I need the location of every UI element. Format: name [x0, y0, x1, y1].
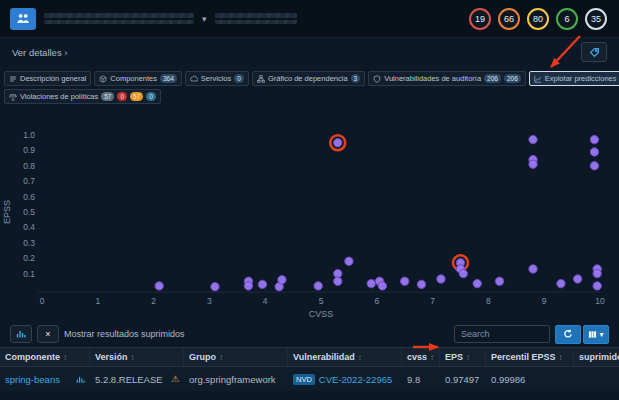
policy-badge-warn: 57 [130, 92, 143, 101]
team-icon [16, 13, 30, 24]
tab-label: Servicios [201, 74, 231, 83]
line-chart-icon [534, 75, 542, 83]
column-header-vulnerabilidad[interactable]: Vulnerabilidad↕ [288, 348, 402, 366]
tab-count-badge: 206 [504, 74, 521, 83]
tab-componentes[interactable]: Componentes 364 [94, 71, 182, 86]
column-header-percentil-epss[interactable]: Percentil EPSS↕ [486, 348, 574, 366]
tab-grafico-dependencia[interactable]: Gráfico de dependencia 3 [252, 71, 365, 86]
dependency-graph-icon[interactable] [76, 375, 85, 384]
tab-vulnerabilidades-auditoria[interactable]: Vulnerabilidades de auditoría 206 206 [368, 71, 526, 86]
svg-text:CVSS: CVSS [309, 309, 334, 319]
column-header-suprimido[interactable]: suprimido↕ [574, 348, 619, 366]
svg-text:1: 1 [95, 296, 100, 306]
svg-text:0.6: 0.6 [23, 192, 35, 202]
sitemap-icon [257, 75, 265, 83]
vulnerability-table: Componente↕ Versión↕ Grupo↕ Vulnerabilid… [0, 347, 619, 391]
table-toolbar: × Mostrar resultados suprimidos ▾ [0, 321, 619, 347]
column-header-version[interactable]: Versión↕ [90, 348, 184, 366]
column-header-cvss[interactable]: cvss↕ [402, 348, 440, 366]
tab-explotar-predicciones[interactable]: Explotar predicciones 206 [529, 71, 619, 86]
columns-button[interactable]: ▾ [583, 325, 609, 344]
tab-descripcion-general[interactable]: Descripción general [4, 71, 91, 86]
chevron-down-icon: ▾ [599, 330, 603, 339]
toggle-chart-button[interactable] [10, 325, 32, 343]
tab-bar: Descripción general Componentes 364 Serv… [0, 66, 619, 109]
tab-label: Descripción general [20, 74, 86, 83]
hide-chart-button[interactable]: × [37, 325, 59, 343]
svg-text:0.2: 0.2 [23, 253, 35, 263]
svg-text:0.7: 0.7 [23, 176, 35, 186]
columns-icon [588, 330, 597, 339]
redacted-project-name[interactable] [44, 13, 194, 24]
svg-text:5: 5 [319, 296, 324, 306]
svg-text:EPSS: EPSS [2, 200, 12, 224]
bar-chart-icon [16, 329, 26, 339]
project-header: ▾ 19 66 80 6 35 [0, 0, 619, 38]
tab-label: Violaciones de políticas [20, 92, 98, 101]
metric-badge-critical[interactable]: 19 [469, 8, 491, 30]
metric-badge-unassigned[interactable]: 35 [585, 8, 607, 30]
redacted-version[interactable] [215, 13, 297, 24]
refresh-button[interactable] [555, 325, 581, 344]
svg-text:0.4: 0.4 [23, 223, 35, 233]
show-suppressed-label[interactable]: Mostrar resultados suprimidos [64, 329, 185, 339]
tab-label: Gráfico de dependencia [268, 74, 348, 83]
tab-label: Explotar predicciones [545, 74, 617, 83]
sort-icon: ↕ [430, 353, 434, 362]
epss-cvss-scatter-chart[interactable]: 0.10.20.30.40.50.60.70.80.91.00123456789… [0, 109, 619, 321]
tags-button[interactable] [581, 42, 607, 62]
metric-badge-low[interactable]: 6 [556, 8, 578, 30]
svg-text:3: 3 [207, 296, 212, 306]
svg-text:0.8: 0.8 [23, 161, 35, 171]
overview-icon [9, 75, 17, 83]
tag-icon [589, 47, 600, 58]
svg-text:0.3: 0.3 [23, 238, 35, 248]
tab-label: Vulnerabilidades de auditoría [384, 74, 481, 83]
table-row[interactable]: spring-beans 5.2.8.RELEASE ⚠ org.springf… [0, 367, 619, 391]
vulnerability-link[interactable]: CVE-2022-22965 [319, 374, 392, 385]
epss-percentile-cell: 0.99986 [486, 374, 574, 385]
epss-cell: 0.97497 [440, 374, 486, 385]
tab-label: Componentes [110, 74, 157, 83]
svg-text:0.9: 0.9 [23, 146, 35, 156]
policy-badge-fail: 0 [117, 92, 127, 101]
policy-badge-total: 57 [101, 92, 114, 101]
search-input[interactable] [454, 325, 550, 343]
svg-text:0: 0 [40, 296, 45, 306]
policy-badge-info: 0 [146, 92, 156, 101]
version-cell: 5.2.8.RELEASE ⚠ [90, 374, 184, 385]
svg-text:2: 2 [151, 296, 156, 306]
tab-servicios[interactable]: Servicios 0 [185, 71, 249, 86]
column-header-eps[interactable]: EPS↕ [440, 348, 486, 366]
cvss-cell: 9.8 [402, 374, 440, 385]
svg-text:0.1: 0.1 [23, 269, 35, 279]
sort-icon: ↕ [559, 353, 563, 362]
scale-icon [9, 93, 17, 101]
severity-metrics: 19 66 80 6 35 [469, 8, 607, 30]
view-details-link[interactable]: Ver detalles › [12, 47, 67, 58]
svg-text:8: 8 [486, 296, 491, 306]
cube-icon [99, 75, 107, 83]
component-cell: spring-beans [0, 374, 90, 385]
close-icon: × [45, 329, 50, 339]
refresh-icon [563, 329, 573, 339]
sort-icon: ↕ [219, 353, 223, 362]
tab-violaciones-politicas[interactable]: Violaciones de políticas 57 0 57 0 [4, 89, 161, 104]
metric-badge-medium[interactable]: 80 [527, 8, 549, 30]
epss-chart-panel: 0.10.20.30.40.50.60.70.80.91.00123456789… [0, 109, 619, 321]
sort-icon: ↕ [466, 353, 470, 362]
svg-text:10: 10 [595, 296, 605, 306]
tab-count-badge: 364 [160, 74, 177, 83]
svg-text:1.0: 1.0 [23, 130, 35, 140]
warning-icon[interactable]: ⚠ [171, 374, 179, 384]
column-header-componente[interactable]: Componente↕ [0, 348, 90, 366]
chevron-down-icon[interactable]: ▾ [202, 14, 207, 24]
tab-count-badge: 3 [351, 74, 361, 83]
cloud-icon [190, 75, 198, 83]
component-link[interactable]: spring-beans [5, 374, 60, 385]
metric-badge-high[interactable]: 66 [498, 8, 520, 30]
project-icon [10, 8, 36, 30]
column-header-grupo[interactable]: Grupo↕ [184, 348, 288, 366]
svg-text:0.5: 0.5 [23, 207, 35, 217]
group-cell: org.springframework [184, 374, 288, 385]
